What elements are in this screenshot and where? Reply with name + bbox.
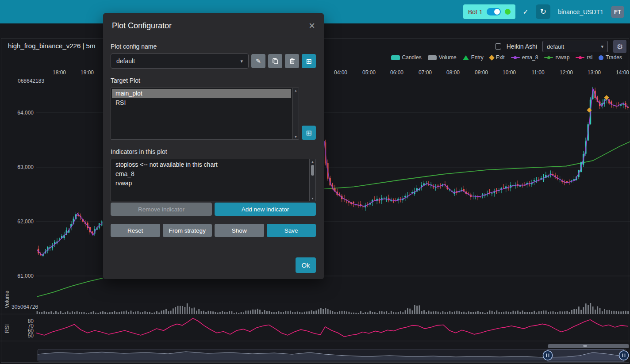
bot-toggle[interactable] bbox=[487, 8, 501, 15]
indicator-item[interactable]: rvwap bbox=[112, 179, 308, 188]
gear-icon: ⚙ bbox=[617, 42, 623, 51]
Volume-marker-icon bbox=[428, 55, 437, 60]
legend-item-Candles[interactable]: Candles bbox=[391, 54, 422, 61]
legend-label: Entry bbox=[471, 54, 484, 61]
Trades-marker-icon bbox=[599, 55, 603, 60]
bot-online-dot bbox=[505, 9, 511, 15]
toggle-knob bbox=[494, 9, 500, 15]
ema_8-marker-icon bbox=[511, 57, 520, 58]
indicators-label: Indicators in this plot bbox=[111, 148, 316, 155]
chart-controls: Heikin Ashi default ▾ ⚙ bbox=[495, 40, 626, 53]
chart-legend: CandlesVolumeEntryExitema_8rvwaprsiTrade… bbox=[385, 54, 622, 61]
legend-item-rvwap[interactable]: rvwap bbox=[544, 54, 569, 61]
legend-label: rvwap bbox=[555, 54, 569, 61]
legend-item-ema_8[interactable]: ema_8 bbox=[511, 54, 538, 61]
scroll-down-icon[interactable]: ▼ bbox=[311, 197, 314, 200]
Entry-marker-icon bbox=[463, 55, 469, 60]
target-plot-list[interactable]: main_plotRSI▲▼ bbox=[111, 88, 299, 140]
scrollbar-thumb[interactable] bbox=[311, 165, 314, 176]
reset-button[interactable]: Reset bbox=[111, 224, 160, 237]
modal-body: Plot config name default ▾ ✎ ⊞ Target Pl… bbox=[103, 37, 324, 251]
plot-config-name-select[interactable]: default ▾ bbox=[111, 54, 249, 69]
heikin-ashi-checkbox[interactable] bbox=[495, 43, 501, 50]
Candles-marker-icon bbox=[391, 55, 400, 60]
from-strategy-button[interactable]: From strategy bbox=[163, 224, 212, 237]
scrollbar[interactable]: ▲▼ bbox=[292, 88, 299, 139]
Exit-marker-icon bbox=[489, 55, 495, 61]
close-icon: × bbox=[309, 19, 315, 31]
indicators-list[interactable]: stoploss <-- not available in this chart… bbox=[111, 159, 316, 201]
chevron-down-icon: ▾ bbox=[601, 44, 603, 50]
volume-pane-label: Volume bbox=[4, 291, 10, 308]
plot-configurator-modal: Plot Configurator × Plot config name def… bbox=[103, 13, 324, 279]
refresh-button[interactable]: ↻ bbox=[536, 4, 550, 19]
add-plus-icon: ⊞ bbox=[306, 129, 311, 137]
plot-config-name-label: Plot config name bbox=[111, 43, 316, 50]
plot-config-name-value: default bbox=[116, 57, 135, 65]
save-button[interactable]: Save bbox=[267, 224, 316, 237]
modal-footer: Ok bbox=[103, 251, 324, 279]
scrollbar[interactable]: ▲▼ bbox=[309, 159, 315, 201]
target-plot-item[interactable]: main_plot bbox=[112, 89, 291, 98]
refresh-icon: ↻ bbox=[540, 7, 546, 16]
remove-indicator-button[interactable]: Remove indicator bbox=[111, 203, 212, 216]
scroll-up-icon[interactable]: ▲ bbox=[311, 160, 314, 163]
rsi-pane-label: RSI bbox=[4, 324, 10, 333]
delete-config-button[interactable] bbox=[285, 54, 299, 68]
pencil-icon: ✎ bbox=[256, 57, 261, 65]
rsi-marker-icon bbox=[576, 57, 584, 58]
legend-item-Entry[interactable]: Entry bbox=[463, 54, 484, 61]
rvwap-marker-icon bbox=[544, 57, 553, 58]
indicator-item[interactable]: ema_8 bbox=[112, 169, 308, 179]
legend-item-Exit[interactable]: Exit bbox=[490, 54, 505, 61]
bot-selector[interactable]: Bot 1 bbox=[463, 4, 515, 19]
legend-label: Trades bbox=[606, 54, 622, 61]
scroll-up-icon[interactable]: ▲ bbox=[294, 89, 297, 92]
target-plot-label: Target Plot bbox=[111, 77, 316, 84]
plot-config-dropdown-value: default bbox=[547, 43, 564, 50]
duplicate-config-button[interactable] bbox=[268, 54, 282, 68]
legend-label: Candles bbox=[402, 54, 422, 61]
datazoom-handle[interactable] bbox=[543, 351, 553, 360]
bot-name-label: Bot 1 bbox=[468, 8, 483, 15]
chart-title: high_frog_binance_v226 | 5m bbox=[8, 42, 95, 50]
ok-button[interactable]: Ok bbox=[296, 257, 316, 273]
trash-icon bbox=[289, 58, 295, 64]
volume-axis-value: 305064726 bbox=[12, 304, 38, 310]
add-plus-icon: ⊞ bbox=[306, 57, 311, 65]
legend-label: rsi bbox=[587, 54, 592, 61]
price-axis-top-label: 068642183 bbox=[18, 78, 44, 84]
check-icon: ✓ bbox=[523, 8, 529, 16]
datazoom-handle[interactable] bbox=[619, 351, 629, 360]
indicator-item[interactable]: stoploss <-- not available in this chart bbox=[112, 160, 308, 169]
add-plot-button[interactable]: ⊞ bbox=[302, 126, 316, 140]
freqtrade-logo[interactable]: FT bbox=[611, 6, 624, 18]
add-indicator-button[interactable]: Add new indicator bbox=[215, 203, 316, 216]
app-root: Bot 1 ✓ ↻ binance_USDT1 FT high_frog_bin… bbox=[0, 0, 630, 364]
plot-config-dropdown[interactable]: default ▾ bbox=[542, 41, 608, 52]
legend-label: Volume bbox=[439, 54, 457, 61]
modal-header: Plot Configurator × bbox=[103, 13, 324, 37]
add-config-button[interactable]: ⊞ bbox=[302, 54, 316, 68]
bot-account-label: binance_USDT1 bbox=[558, 8, 603, 15]
legend-item-rsi[interactable]: rsi bbox=[576, 54, 592, 61]
legend-label: Exit bbox=[496, 54, 505, 61]
rename-config-button[interactable]: ✎ bbox=[251, 54, 265, 68]
scroll-down-icon[interactable]: ▼ bbox=[294, 135, 297, 138]
plot-configurator-button[interactable]: ⚙ bbox=[613, 40, 626, 53]
modal-title: Plot Configurator bbox=[112, 21, 172, 31]
legend-item-Trades[interactable]: Trades bbox=[599, 54, 622, 61]
target-plot-item[interactable]: RSI bbox=[112, 98, 291, 107]
chevron-down-icon: ▾ bbox=[240, 58, 243, 64]
modal-close-button[interactable]: × bbox=[309, 20, 315, 31]
copy-icon bbox=[272, 58, 278, 64]
heikin-ashi-label: Heikin Ashi bbox=[507, 43, 537, 50]
legend-label: ema_8 bbox=[522, 54, 538, 61]
show-button[interactable]: Show bbox=[215, 224, 264, 237]
legend-item-Volume[interactable]: Volume bbox=[428, 54, 457, 61]
